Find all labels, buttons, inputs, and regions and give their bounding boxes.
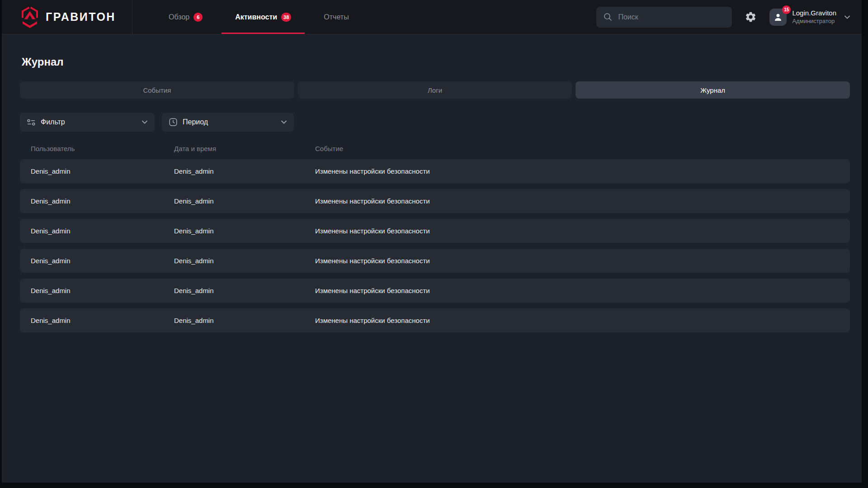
- cell-datetime: Denis_admin: [174, 287, 315, 294]
- topbar: ГРАВИТОН Обзор 6 Активности 38 Отчеты: [2, 0, 862, 34]
- tab-overview[interactable]: Обзор 6: [152, 0, 219, 34]
- user-name: Login.Graviton: [792, 9, 836, 18]
- cell-datetime: Denis_admin: [174, 197, 315, 205]
- table-row[interactable]: Denis_admin Denis_admin Изменены настрой…: [20, 189, 850, 213]
- segment-events[interactable]: События: [20, 81, 294, 99]
- cell-datetime: Denis_admin: [174, 227, 315, 235]
- table-header: Пользователь Дата и время Событие: [20, 144, 850, 153]
- period-dropdown[interactable]: Период: [162, 113, 294, 132]
- cell-event: Изменены настройски безопасности: [315, 197, 839, 205]
- chevron-down-icon: [844, 15, 850, 19]
- settings-button[interactable]: [745, 11, 757, 23]
- gear-icon: [745, 11, 757, 23]
- cell-user: Denis_admin: [31, 287, 174, 294]
- tab-reports-label: Отчеты: [324, 13, 349, 21]
- journal-table: Пользователь Дата и время Событие Denis_…: [20, 144, 850, 332]
- cell-event: Изменены настройски безопасности: [315, 257, 839, 265]
- table-row[interactable]: Denis_admin Denis_admin Изменены настрой…: [20, 249, 850, 273]
- clock-icon: [169, 118, 177, 126]
- tab-activities-badge: 38: [281, 13, 291, 22]
- user-role: Администратор: [792, 18, 836, 25]
- cell-datetime: Denis_admin: [174, 317, 315, 324]
- page-title: Журнал: [22, 56, 850, 68]
- cell-user: Denis_admin: [31, 197, 174, 205]
- segment-logs[interactable]: Логи: [298, 81, 572, 99]
- table-row[interactable]: Denis_admin Denis_admin Изменены настрой…: [20, 219, 850, 243]
- table-row[interactable]: Denis_admin Denis_admin Изменены настрой…: [20, 279, 850, 303]
- filter-dropdown[interactable]: Фильтр: [20, 113, 155, 132]
- tab-overview-label: Обзор: [169, 13, 189, 21]
- filter-dropdown-label: Фильтр: [41, 118, 65, 126]
- search-box[interactable]: [596, 7, 732, 28]
- column-header-user: Пользователь: [31, 144, 174, 153]
- avatar-wrap: 15: [769, 9, 787, 26]
- segment-journal[interactable]: Журнал: [576, 81, 850, 99]
- cell-event: Изменены настройски безопасности: [315, 317, 839, 324]
- segmented-control: События Логи Журнал: [20, 81, 850, 99]
- main-content: Журнал События Логи Журнал Фильтр: [2, 56, 862, 332]
- period-dropdown-label: Период: [183, 118, 208, 126]
- search-input[interactable]: [617, 13, 725, 22]
- tab-activities[interactable]: Активности 38: [219, 0, 307, 34]
- cell-user: Denis_admin: [31, 317, 174, 324]
- table-row[interactable]: Denis_admin Denis_admin Изменены настрой…: [20, 308, 850, 332]
- user-texts: Login.Graviton Администратор: [792, 9, 836, 25]
- chevron-down-icon: [142, 120, 147, 124]
- column-header-event: Событие: [315, 144, 839, 153]
- search-icon: [604, 13, 612, 21]
- topbar-right: 15 Login.Graviton Администратор: [596, 0, 862, 34]
- tab-reports[interactable]: Отчеты: [307, 0, 365, 34]
- cell-user: Denis_admin: [31, 167, 174, 175]
- cell-event: Изменены настройски безопасности: [315, 167, 839, 175]
- cell-datetime: Denis_admin: [174, 257, 315, 265]
- table-row[interactable]: Denis_admin Denis_admin Изменены настрой…: [20, 159, 850, 183]
- chevron-down-icon: [281, 120, 287, 124]
- graviton-logo-icon: [20, 6, 40, 28]
- logo-section: ГРАВИТОН: [2, 0, 132, 34]
- tab-overview-badge: 6: [193, 13, 203, 22]
- notifications-badge: 15: [782, 5, 791, 14]
- cell-event: Изменены настройски безопасности: [315, 227, 839, 235]
- person-icon: [774, 13, 783, 22]
- cell-user: Denis_admin: [31, 257, 174, 265]
- column-header-datetime: Дата и время: [174, 144, 315, 153]
- cell-user: Denis_admin: [31, 227, 174, 235]
- main-nav: Обзор 6 Активности 38 Отчеты: [152, 0, 365, 34]
- filter-sliders-icon: [27, 119, 35, 126]
- cell-event: Изменены настройски безопасности: [315, 287, 839, 294]
- tab-activities-label: Активности: [235, 13, 277, 21]
- app-window: ГРАВИТОН Обзор 6 Активности 38 Отчеты: [2, 0, 862, 483]
- filters-row: Фильтр Период: [20, 113, 850, 132]
- user-menu[interactable]: 15 Login.Graviton Администратор: [769, 9, 850, 26]
- logo-text: ГРАВИТОН: [46, 10, 116, 24]
- cell-datetime: Denis_admin: [174, 167, 315, 175]
